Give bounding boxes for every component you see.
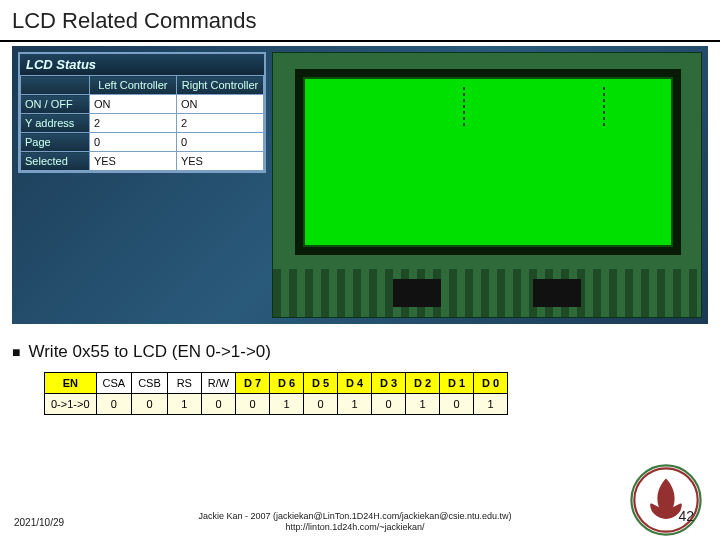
cmd-val: 0 bbox=[304, 394, 338, 415]
cmd-val: 1 bbox=[406, 394, 440, 415]
status-row-label: ON / OFF bbox=[21, 95, 90, 114]
lcd-pixel-column bbox=[603, 87, 605, 127]
cmd-hdr: D 1 bbox=[440, 373, 474, 394]
cmd-val: 0 bbox=[96, 394, 132, 415]
status-corner bbox=[21, 76, 90, 95]
cmd-hdr: D 7 bbox=[236, 373, 270, 394]
lcd-panel-area: LCD Status Left Controller Right Control… bbox=[12, 46, 708, 324]
cmd-val: 0 bbox=[201, 394, 235, 415]
cmd-hdr: D 6 bbox=[270, 373, 304, 394]
status-cell: 0 bbox=[176, 133, 263, 152]
bullet-text: Write 0x55 to LCD (EN 0->1->0) bbox=[28, 342, 271, 362]
lcd-chip bbox=[533, 279, 581, 307]
command-table: EN CSA CSB RS R/W D 7 D 6 D 5 D 4 D 3 D … bbox=[44, 372, 508, 415]
status-row-label: Page bbox=[21, 133, 90, 152]
status-cell: YES bbox=[176, 152, 263, 171]
bullet-write-0x55: Write 0x55 to LCD (EN 0->1->0) bbox=[12, 342, 708, 362]
cmd-val: 1 bbox=[338, 394, 372, 415]
cmd-hdr: CSA bbox=[96, 373, 132, 394]
lcd-status-box: LCD Status Left Controller Right Control… bbox=[18, 52, 266, 173]
status-cell: 2 bbox=[89, 114, 176, 133]
cmd-val: 0 bbox=[132, 394, 168, 415]
status-cell: 0 bbox=[89, 133, 176, 152]
lcd-status-table: Left Controller Right Controller ON / OF… bbox=[20, 75, 264, 171]
cmd-hdr: D 4 bbox=[338, 373, 372, 394]
cmd-val: 1 bbox=[474, 394, 508, 415]
cmd-hdr: D 5 bbox=[304, 373, 338, 394]
cmd-hdr: R/W bbox=[201, 373, 235, 394]
footer-credit-line1: Jackie Kan - 2007 (jackiekan@LinTon.1D24… bbox=[64, 511, 646, 523]
lcd-pixel-column bbox=[463, 87, 465, 127]
status-cell: 2 bbox=[176, 114, 263, 133]
footer-credit-line2: http://linton.1d24h.com/~jackiekan/ bbox=[64, 522, 646, 534]
cmd-val: 1 bbox=[270, 394, 304, 415]
command-value-row: 0->1->0 0 0 1 0 0 1 0 1 0 1 0 1 bbox=[45, 394, 508, 415]
status-row-label: Y address bbox=[21, 114, 90, 133]
status-cell: YES bbox=[89, 152, 176, 171]
cmd-val: 1 bbox=[167, 394, 201, 415]
cmd-hdr: CSB bbox=[132, 373, 168, 394]
status-col-right: Right Controller bbox=[176, 76, 263, 95]
cmd-hdr: D 0 bbox=[474, 373, 508, 394]
cmd-val: 0->1->0 bbox=[45, 394, 97, 415]
cmd-val: 0 bbox=[372, 394, 406, 415]
command-header-row: EN CSA CSB RS R/W D 7 D 6 D 5 D 4 D 3 D … bbox=[45, 373, 508, 394]
lcd-screen bbox=[295, 69, 681, 255]
slide-footer: 2021/10/29 Jackie Kan - 2007 (jackiekan@… bbox=[0, 511, 720, 534]
cmd-val: 0 bbox=[440, 394, 474, 415]
status-col-left: Left Controller bbox=[89, 76, 176, 95]
page-number: 42 bbox=[678, 508, 694, 524]
command-table-wrap: EN CSA CSB RS R/W D 7 D 6 D 5 D 4 D 3 D … bbox=[44, 372, 720, 415]
cmd-hdr: EN bbox=[45, 373, 97, 394]
lcd-chip bbox=[393, 279, 441, 307]
footer-credit: Jackie Kan - 2007 (jackiekan@LinTon.1D24… bbox=[64, 511, 646, 534]
slide-title: LCD Related Commands bbox=[0, 0, 720, 42]
footer-date: 2021/10/29 bbox=[14, 517, 64, 528]
status-cell: ON bbox=[89, 95, 176, 114]
lcd-status-heading: LCD Status bbox=[20, 54, 264, 75]
cmd-hdr: D 2 bbox=[406, 373, 440, 394]
status-cell: ON bbox=[176, 95, 263, 114]
cmd-val: 0 bbox=[236, 394, 270, 415]
lcd-board-edge bbox=[273, 269, 701, 317]
cmd-hdr: D 3 bbox=[372, 373, 406, 394]
lcd-board bbox=[272, 52, 702, 318]
status-row-label: Selected bbox=[21, 152, 90, 171]
cmd-hdr: RS bbox=[167, 373, 201, 394]
